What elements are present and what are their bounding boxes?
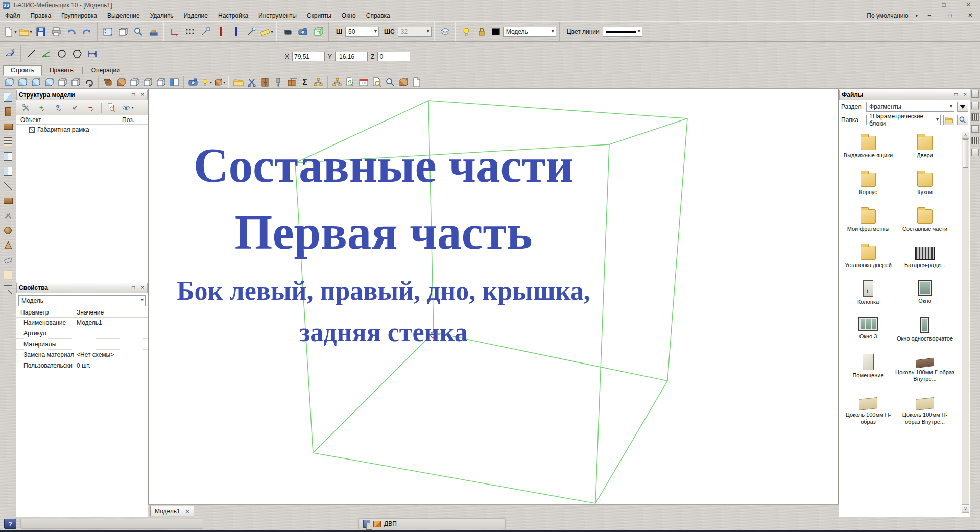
- cut-button[interactable]: [246, 77, 258, 88]
- shaded-wire-button[interactable]: [155, 77, 167, 88]
- z-input[interactable]: 0: [377, 52, 410, 61]
- view-front-button[interactable]: [3, 77, 15, 88]
- file-item[interactable]: Колонка: [841, 277, 895, 306]
- properties-panel-header[interactable]: Свойства: [16, 283, 148, 293]
- file-item[interactable]: Окно одностворчатое: [895, 314, 954, 343]
- file-item[interactable]: Цоколь 100мм П-образ: [841, 391, 895, 426]
- open-button[interactable]: ▾: [18, 25, 33, 39]
- dock-layers-button[interactable]: [971, 102, 979, 109]
- param-value[interactable]: 0 шт.: [74, 362, 148, 369]
- panel-maximize-icon[interactable]: [130, 92, 136, 98]
- file-item[interactable]: Кухни: [895, 167, 954, 196]
- fitting-tool-button[interactable]: [2, 209, 14, 222]
- wireframe-view-button[interactable]: [128, 77, 140, 88]
- tab-operations[interactable]: Операции: [84, 65, 128, 76]
- material-box-button[interactable]: ▾: [213, 77, 226, 88]
- panel-copy-tool-button[interactable]: [2, 91, 14, 103]
- mdi-minimize-icon[interactable]: [923, 12, 936, 20]
- maximize-icon[interactable]: [937, 1, 950, 9]
- menu-scripts[interactable]: Скрипты: [302, 11, 337, 21]
- section-combobox[interactable]: Фрагменты: [866, 102, 954, 112]
- file-item[interactable]: Цоколь 100мм П-образ Внутре...: [895, 391, 954, 426]
- y-input[interactable]: -16,16: [335, 52, 368, 61]
- dock-table-button[interactable]: [971, 90, 979, 98]
- grid-button[interactable]: [183, 25, 197, 39]
- cone-tool-button[interactable]: [2, 239, 14, 251]
- lighting-button[interactable]: ▾: [200, 77, 212, 88]
- mdi-close-icon[interactable]: [964, 12, 977, 20]
- table-row[interactable]: Пользовательски 0 шт.: [16, 360, 148, 371]
- redo-button[interactable]: [80, 25, 94, 39]
- block-tool-button[interactable]: [2, 283, 14, 296]
- table-row[interactable]: Материалы: [16, 339, 148, 350]
- profile-selector[interactable]: По умолчанию: [865, 11, 910, 20]
- snapshot-button[interactable]: [187, 77, 199, 88]
- structure-panel-header[interactable]: Структура модели: [16, 90, 148, 100]
- menu-window[interactable]: Окно: [337, 11, 361, 21]
- dock-spring-button[interactable]: [971, 113, 979, 121]
- scroll-up-icon[interactable]: ∧: [962, 131, 969, 139]
- close-icon[interactable]: [962, 1, 975, 9]
- layer-color-swatch[interactable]: [492, 28, 500, 35]
- model-viewport[interactable]: Составные части Первая часть Бок левый, …: [148, 89, 839, 504]
- file-item[interactable]: Установка дверей: [841, 240, 895, 269]
- grid-tool-button[interactable]: [2, 269, 14, 281]
- menu-help[interactable]: Справка: [361, 11, 395, 21]
- undo-button[interactable]: [64, 25, 79, 39]
- tree-expander[interactable]: —: [20, 126, 27, 133]
- tab-model1[interactable]: Модель1 ✕: [150, 506, 194, 516]
- param-value[interactable]: <Нет схемы>: [74, 351, 148, 358]
- properties-target-combobox[interactable]: Модель: [18, 295, 146, 306]
- ruler-button[interactable]: ▾: [259, 25, 274, 39]
- dock-panel-button[interactable]: [971, 125, 979, 133]
- eraser-tool-button[interactable]: [2, 254, 14, 266]
- tree-item-gabarit[interactable]: — Габаритная рамка: [16, 125, 148, 135]
- table-row[interactable]: Артикул: [16, 328, 148, 339]
- dock-screw-button[interactable]: [971, 137, 979, 144]
- sum-button[interactable]: Σ: [299, 77, 311, 88]
- lock-button[interactable]: [474, 25, 489, 39]
- panel-close-icon[interactable]: [139, 92, 146, 98]
- view-iso-button[interactable]: [56, 77, 68, 88]
- file-item[interactable]: Двери: [895, 131, 954, 159]
- hidden-line-button[interactable]: [141, 77, 154, 88]
- menu-product[interactable]: Изделие: [178, 11, 213, 21]
- plank-tool-button[interactable]: [2, 120, 14, 133]
- model-cube-button[interactable]: [311, 25, 325, 39]
- file-item[interactable]: Окно 3: [841, 314, 895, 343]
- scroll-down-icon[interactable]: ∨: [962, 504, 969, 512]
- close-tab-icon[interactable]: ✕: [185, 509, 189, 514]
- circle-tool-button[interactable]: [55, 46, 69, 61]
- table-row[interactable]: Замена материал <Нет схемы>: [16, 350, 148, 360]
- chevron-down-icon[interactable]: ▾: [915, 13, 918, 18]
- minimize-icon[interactable]: [913, 1, 926, 9]
- solid-view-button[interactable]: [115, 77, 127, 88]
- zoom-fit-button[interactable]: [101, 25, 115, 39]
- menu-file[interactable]: Файл: [0, 11, 26, 21]
- folder-up-button[interactable]: [943, 115, 954, 125]
- zoom-window-button[interactable]: [116, 25, 130, 39]
- line-style-combobox[interactable]: [603, 27, 642, 37]
- menu-tools[interactable]: Инструменты: [253, 11, 302, 21]
- panel-vertical-tool-button[interactable]: [2, 150, 14, 162]
- panel-close-icon[interactable]: [139, 285, 146, 291]
- structure-tools-button[interactable]: [19, 102, 33, 114]
- view-back-button[interactable]: [16, 77, 29, 88]
- axes-button[interactable]: [168, 25, 182, 39]
- drill-button[interactable]: [272, 77, 284, 88]
- view-move-button[interactable]: [69, 77, 82, 88]
- assembly-button[interactable]: [312, 77, 324, 88]
- paint-button[interactable]: [147, 25, 161, 39]
- new-document-button[interactable]: ▾: [3, 25, 17, 39]
- shelf-tool-button[interactable]: [2, 195, 14, 207]
- snap-point-button[interactable]: [244, 25, 258, 39]
- menu-settings[interactable]: Настройка: [213, 11, 253, 21]
- layer-combobox[interactable]: Модель: [503, 27, 556, 37]
- split-view-button[interactable]: [168, 77, 180, 88]
- rotate-view-button[interactable]: [83, 77, 95, 88]
- table-row[interactable]: Наименование Модель1: [16, 318, 148, 328]
- print-button[interactable]: [49, 25, 63, 39]
- search-button[interactable]: [957, 115, 968, 125]
- width-combobox[interactable]: 50: [345, 27, 379, 37]
- menu-delete[interactable]: Удалить: [145, 11, 179, 21]
